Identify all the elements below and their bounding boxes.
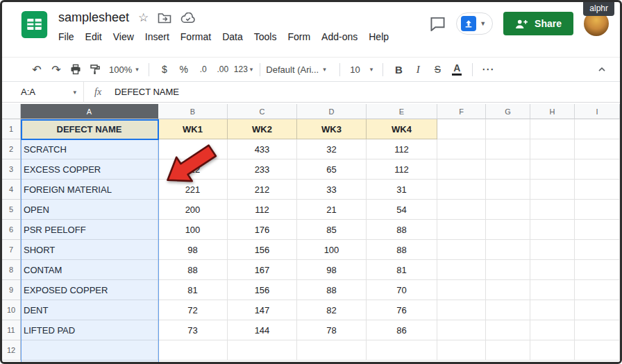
menu-view[interactable]: View	[108, 29, 140, 44]
row-header-5[interactable]: 5	[2, 200, 21, 220]
menu-form[interactable]: Form	[282, 29, 316, 44]
row-header-3[interactable]: 3	[2, 159, 21, 180]
format-currency-button[interactable]: $	[156, 60, 173, 78]
cell-F1[interactable]	[437, 119, 486, 139]
cell-F11[interactable]	[437, 320, 486, 340]
cell-H11[interactable]	[530, 320, 575, 340]
cell-I10[interactable]	[575, 300, 620, 320]
document-title[interactable]: samplesheet	[58, 10, 129, 25]
menu-addons[interactable]: Add-ons	[316, 29, 363, 44]
more-toolbar-button[interactable]: ⋯	[480, 60, 496, 78]
cell-H3[interactable]	[530, 159, 575, 180]
cell-A8[interactable]: CONTAM	[21, 260, 158, 280]
cell-G6[interactable]	[486, 220, 530, 240]
menu-file[interactable]: File	[53, 29, 80, 44]
zoom-selector[interactable]: 100% ▾	[109, 64, 139, 75]
cell-F12[interactable]	[437, 340, 486, 361]
cell-G5[interactable]	[486, 200, 530, 220]
menu-help[interactable]: Help	[363, 29, 394, 44]
row-header-8[interactable]: 8	[2, 260, 21, 280]
cell-G11[interactable]	[486, 320, 530, 340]
cell-C7[interactable]: 156	[228, 240, 297, 260]
cell-E8[interactable]: 81	[367, 260, 437, 280]
cell-E11[interactable]: 86	[367, 320, 437, 340]
cell-B9[interactable]: 81	[158, 280, 228, 300]
cell-D12[interactable]	[297, 340, 367, 361]
move-folder-icon[interactable]	[158, 12, 171, 24]
text-color-button[interactable]: A	[448, 60, 465, 78]
cell-E2[interactable]: 112	[367, 139, 437, 159]
redo-icon[interactable]: ↷	[48, 60, 65, 78]
format-percent-button[interactable]: %	[176, 60, 192, 78]
cell-I8[interactable]	[575, 260, 620, 280]
cell-G10[interactable]	[486, 300, 530, 320]
cell-D11[interactable]: 78	[297, 320, 367, 340]
cell-I4[interactable]	[575, 180, 620, 200]
formula-input[interactable]: DEFECT NAME	[115, 87, 620, 97]
cell-E7[interactable]: 88	[367, 240, 437, 260]
strikethrough-button[interactable]: S	[429, 60, 446, 78]
cell-F9[interactable]	[437, 280, 486, 300]
star-icon[interactable]: ☆	[138, 12, 149, 24]
cell-H7[interactable]	[530, 240, 575, 260]
cell-G12[interactable]	[486, 340, 530, 361]
cell-H5[interactable]	[530, 200, 575, 220]
cell-A4[interactable]: FOREIGN MATERIAL	[21, 180, 158, 200]
row-header-1[interactable]: 1	[2, 119, 21, 139]
font-family-selector[interactable]: Default (Ari... ▾	[266, 64, 334, 75]
cell-B7[interactable]: 98	[158, 240, 228, 260]
cell-A9[interactable]: EXPOSED COPPER	[21, 280, 158, 300]
cell-E5[interactable]: 54	[367, 200, 437, 220]
cell-D6[interactable]: 85	[297, 220, 367, 240]
cell-F7[interactable]	[437, 240, 486, 260]
cell-B12[interactable]	[158, 340, 228, 361]
name-box[interactable]: A:A ▾	[2, 87, 83, 97]
cell-I12[interactable]	[575, 340, 620, 361]
cell-E9[interactable]: 70	[367, 280, 437, 300]
cell-I2[interactable]	[575, 139, 620, 159]
cell-D3[interactable]: 65	[297, 159, 367, 180]
cell-C9[interactable]: 156	[228, 280, 297, 300]
cell-A5[interactable]: OPEN	[21, 200, 158, 220]
cell-H10[interactable]	[530, 300, 575, 320]
cell-F10[interactable]	[437, 300, 486, 320]
cell-E12[interactable]	[367, 340, 437, 361]
column-header-d[interactable]: D	[297, 104, 367, 119]
cell-F5[interactable]	[437, 200, 486, 220]
menu-format[interactable]: Format	[175, 29, 217, 44]
increase-decimal-button[interactable]: .00	[215, 60, 231, 78]
cell-E10[interactable]: 76	[367, 300, 437, 320]
font-size-selector[interactable]: 10 ▾	[350, 64, 373, 75]
cell-E3[interactable]: 112	[367, 159, 437, 180]
column-header-g[interactable]: G	[486, 104, 530, 119]
cell-D1[interactable]: WK3	[297, 119, 367, 139]
cell-C8[interactable]: 167	[228, 260, 297, 280]
cell-I7[interactable]	[575, 240, 620, 260]
cell-G4[interactable]	[486, 180, 530, 200]
cell-H4[interactable]	[530, 180, 575, 200]
cell-B4[interactable]: 221	[158, 180, 228, 200]
menu-edit[interactable]: Edit	[80, 29, 108, 44]
cell-C2[interactable]: 433	[228, 139, 297, 159]
menu-tools[interactable]: Tools	[249, 29, 283, 44]
cell-H8[interactable]	[530, 260, 575, 280]
cell-A7[interactable]: SHORT	[21, 240, 158, 260]
sheets-logo[interactable]	[20, 10, 49, 39]
cell-B2[interactable]	[158, 139, 228, 159]
cell-G8[interactable]	[486, 260, 530, 280]
comment-icon[interactable]	[430, 17, 446, 31]
column-header-c[interactable]: C	[228, 104, 297, 119]
bold-button[interactable]: B	[390, 60, 407, 78]
cell-C6[interactable]: 176	[228, 220, 297, 240]
column-header-e[interactable]: E	[367, 104, 437, 119]
cell-B1[interactable]: WK1	[158, 119, 228, 139]
cell-A11[interactable]: LIFTED PAD	[21, 320, 158, 340]
cell-B5[interactable]: 200	[158, 200, 228, 220]
cell-C10[interactable]: 147	[228, 300, 297, 320]
row-header-6[interactable]: 6	[2, 220, 21, 240]
cell-C5[interactable]: 112	[228, 200, 297, 220]
cell-A6[interactable]: PSR PEELOFF	[21, 220, 158, 240]
cell-H12[interactable]	[530, 340, 575, 361]
cell-D9[interactable]: 88	[297, 280, 367, 300]
cell-H2[interactable]	[530, 139, 575, 159]
